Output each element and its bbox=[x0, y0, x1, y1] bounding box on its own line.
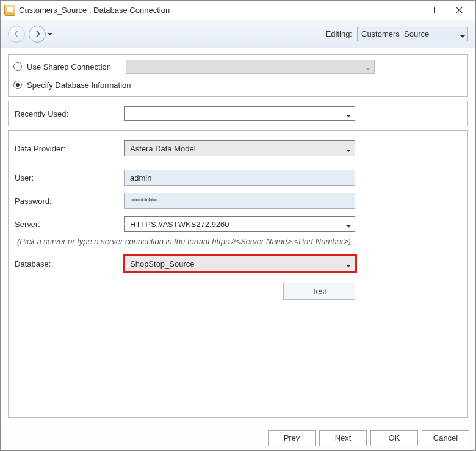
svg-rect-1 bbox=[428, 7, 434, 13]
data-provider-value: Astera Data Model bbox=[130, 144, 196, 153]
ok-button[interactable]: OK bbox=[370, 430, 418, 446]
prev-button[interactable]: Prev bbox=[268, 430, 316, 446]
window-buttons bbox=[389, 1, 473, 20]
user-row: User: admin bbox=[15, 166, 461, 189]
nav-dropdown-icon[interactable] bbox=[48, 29, 52, 38]
chevron-down-icon bbox=[346, 222, 351, 231]
data-provider-select[interactable]: Astera Data Model bbox=[124, 140, 355, 156]
password-input[interactable]: ******** bbox=[124, 193, 355, 209]
specify-row[interactable]: Specify Database Information bbox=[9, 76, 467, 94]
specify-label: Specify Database Information bbox=[27, 81, 131, 90]
chevron-down-icon bbox=[366, 64, 370, 73]
back-button[interactable] bbox=[8, 26, 25, 43]
chevron-down-icon bbox=[346, 111, 351, 120]
data-provider-row: Data Provider: Astera Data Model bbox=[15, 137, 461, 160]
recently-used-label: Recently Used: bbox=[15, 109, 124, 118]
cancel-label: Cancel bbox=[433, 433, 458, 442]
use-shared-row[interactable]: Use Shared Connection bbox=[9, 57, 467, 76]
radio-specify[interactable] bbox=[13, 81, 22, 89]
database-row: Database: ShopStop_Source bbox=[15, 252, 461, 275]
server-hint: (Pick a server or type a server connecti… bbox=[15, 236, 461, 252]
password-label: Password: bbox=[15, 197, 124, 206]
connection-form-panel: Data Provider: Astera Data Model User: a… bbox=[8, 130, 468, 418]
test-row: Test bbox=[15, 283, 461, 300]
password-row: Password: ******** bbox=[15, 189, 461, 212]
database-value: ShopStop_Source bbox=[130, 259, 195, 269]
minimize-button[interactable] bbox=[389, 1, 417, 20]
shared-connection-select bbox=[126, 60, 375, 74]
server-input[interactable]: HTTPS://ASTWKS272:9260 bbox=[124, 216, 355, 232]
server-row: Server: HTTPS://ASTWKS272:9260 bbox=[15, 212, 461, 236]
chevron-down-icon bbox=[346, 146, 351, 155]
cancel-button[interactable]: Cancel bbox=[422, 430, 469, 446]
password-value: ******** bbox=[130, 197, 157, 205]
maximize-button[interactable] bbox=[417, 1, 445, 20]
user-label: User: bbox=[15, 173, 124, 182]
app-icon bbox=[4, 5, 15, 16]
editing-label: Editing: bbox=[326, 29, 352, 38]
titlebar: Customers_Source : Database Connection bbox=[1, 1, 475, 20]
test-button-label: Test bbox=[312, 287, 326, 296]
prev-label: Prev bbox=[284, 433, 300, 442]
close-button[interactable] bbox=[445, 1, 473, 20]
test-button[interactable]: Test bbox=[283, 283, 355, 300]
radio-shared[interactable] bbox=[13, 62, 22, 71]
forward-button[interactable] bbox=[29, 26, 46, 43]
server-label: Server: bbox=[15, 220, 124, 229]
database-select[interactable]: ShopStop_Source bbox=[124, 256, 355, 272]
footer: Prev Next OK Cancel bbox=[1, 425, 475, 450]
connection-mode-panel: Use Shared Connection Specify Database I… bbox=[8, 54, 468, 97]
use-shared-label: Use Shared Connection bbox=[27, 62, 111, 71]
nav-toolbar: Editing: Customers_Source bbox=[1, 20, 475, 48]
ok-label: OK bbox=[389, 433, 400, 442]
recently-used-select[interactable] bbox=[124, 106, 355, 121]
server-value: HTTPS://ASTWKS272:9260 bbox=[130, 220, 229, 229]
next-label: Next bbox=[335, 433, 352, 442]
window-title: Customers_Source : Database Connection bbox=[19, 5, 389, 15]
svg-rect-0 bbox=[400, 10, 406, 10]
user-value: admin bbox=[130, 173, 151, 182]
body-area: Use Shared Connection Specify Database I… bbox=[1, 48, 475, 425]
chevron-down-icon bbox=[346, 261, 351, 270]
recently-used-panel: Recently Used: bbox=[8, 101, 468, 126]
data-provider-label: Data Provider: bbox=[15, 144, 124, 153]
chevron-down-icon bbox=[460, 32, 465, 41]
database-label: Database: bbox=[15, 259, 124, 269]
editing-value: Customers_Source bbox=[361, 29, 429, 38]
user-input[interactable]: admin bbox=[124, 170, 355, 186]
editing-select[interactable]: Customers_Source bbox=[357, 27, 468, 41]
next-button[interactable]: Next bbox=[319, 430, 367, 446]
